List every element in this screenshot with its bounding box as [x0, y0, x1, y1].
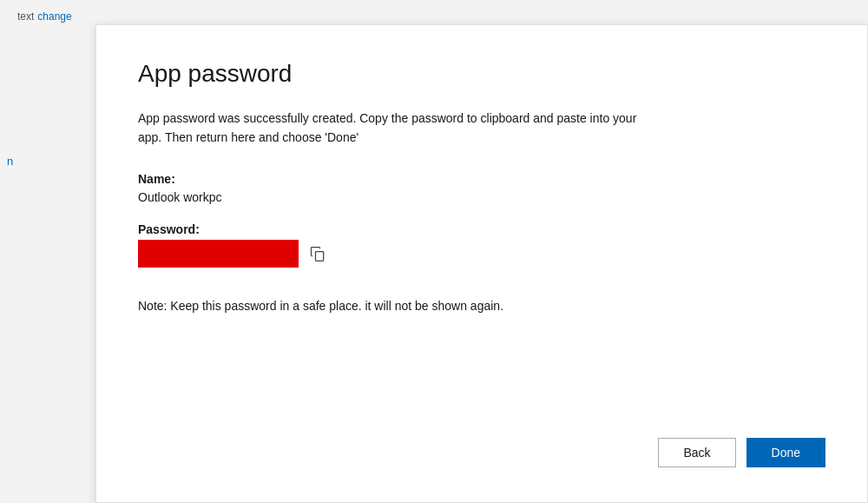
password-field-group: Password: — [138, 222, 825, 268]
modal-description: App password was successfully created. C… — [138, 109, 659, 148]
note-text: Note: Keep this password in a safe place… — [138, 299, 825, 313]
sidebar-link[interactable]: n — [7, 155, 13, 168]
left-sidebar: n — [0, 24, 95, 503]
modal-dialog: App password App password was successful… — [95, 24, 868, 503]
password-label: Password: — [138, 222, 825, 236]
top-bar: text change — [0, 9, 868, 24]
top-bar-text: text — [17, 10, 34, 23]
copy-icon — [309, 245, 326, 262]
name-value: Outlook workpc — [138, 190, 221, 204]
back-button[interactable]: Back — [658, 438, 735, 467]
password-redacted-box — [138, 240, 299, 268]
password-row — [138, 240, 825, 268]
modal-title: App password — [138, 60, 825, 88]
name-field-group: Name: Outlook workpc — [138, 172, 825, 205]
done-button[interactable]: Done — [746, 438, 825, 467]
top-bar-link[interactable]: change — [37, 10, 71, 23]
copy-password-button[interactable] — [307, 243, 328, 264]
svg-rect-0 — [316, 251, 324, 261]
button-row: Back Done — [138, 438, 825, 467]
name-label: Name: — [138, 172, 825, 186]
page-background: text change n App password App password … — [0, 9, 868, 503]
